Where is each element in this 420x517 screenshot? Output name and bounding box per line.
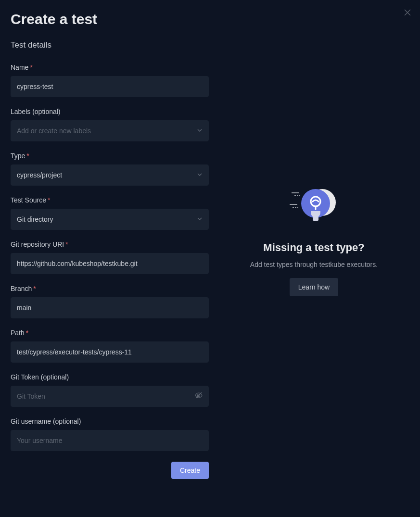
field-name: Name*: [11, 63, 209, 97]
required-marker: *: [33, 285, 36, 292]
field-git-username: Git username (optional): [11, 417, 209, 451]
close-icon: [404, 9, 411, 16]
test-source-label-text: Test Source: [11, 196, 46, 204]
type-select[interactable]: cypress/project: [11, 164, 209, 186]
page-title: Create a test: [11, 11, 209, 28]
required-marker: *: [48, 196, 50, 204]
test-source-label: Test Source*: [11, 196, 209, 204]
field-type: Type* cypress/project: [11, 152, 209, 186]
git-username-input[interactable]: [11, 430, 209, 451]
type-label-text: Type: [11, 152, 25, 160]
git-token-input[interactable]: [11, 386, 209, 407]
path-input[interactable]: [11, 341, 209, 363]
name-input[interactable]: [11, 76, 209, 97]
type-label: Type*: [11, 152, 209, 160]
chevron-down-icon: [197, 127, 203, 135]
labels-select[interactable]: Add or create new labels: [11, 120, 209, 141]
close-button[interactable]: [404, 9, 411, 18]
lightbulb-icon: [288, 182, 341, 230]
required-marker: *: [30, 63, 32, 71]
git-uri-label: Git repository URI*: [11, 240, 209, 248]
branch-label-text: Branch: [11, 285, 32, 292]
required-marker: *: [26, 152, 29, 160]
test-source-select[interactable]: Git directory: [11, 209, 209, 230]
chevron-down-icon: [197, 215, 203, 223]
labels-label: Labels (optional): [11, 108, 209, 115]
name-label: Name*: [11, 63, 209, 71]
path-label-text: Path: [11, 329, 25, 337]
type-value: cypress/project: [17, 171, 62, 179]
svg-rect-4: [313, 217, 318, 221]
name-label-text: Name: [11, 63, 28, 71]
field-git-token: Git Token (optional): [11, 373, 209, 407]
hint-panel: Missing a test type? Add test types thro…: [218, 11, 409, 506]
hint-text: Add test types through testkube executor…: [250, 261, 378, 268]
field-test-source: Test Source* Git directory: [11, 196, 209, 230]
git-uri-input[interactable]: [11, 253, 209, 274]
branch-input[interactable]: [11, 297, 209, 318]
required-marker: *: [26, 329, 28, 337]
git-username-label: Git username (optional): [11, 417, 209, 425]
test-source-value: Git directory: [17, 215, 53, 223]
git-uri-label-text: Git repository URI: [11, 240, 64, 248]
eye-hidden-icon[interactable]: [194, 391, 203, 402]
hint-title: Missing a test type?: [263, 241, 364, 254]
form-panel: Create a test Test details Name* Labels …: [11, 11, 218, 506]
chevron-down-icon: [197, 171, 203, 179]
learn-how-button[interactable]: Learn how: [290, 278, 338, 296]
labels-placeholder: Add or create new labels: [17, 127, 91, 135]
git-token-label: Git Token (optional): [11, 373, 209, 381]
field-labels: Labels (optional) Add or create new labe…: [11, 108, 209, 141]
field-branch: Branch*: [11, 285, 209, 318]
branch-label: Branch*: [11, 285, 209, 292]
required-marker: *: [65, 240, 68, 248]
field-git-uri: Git repository URI*: [11, 240, 209, 274]
create-button[interactable]: Create: [171, 462, 209, 479]
section-label: Test details: [11, 40, 209, 50]
field-path: Path*: [11, 329, 209, 363]
path-label: Path*: [11, 329, 209, 337]
